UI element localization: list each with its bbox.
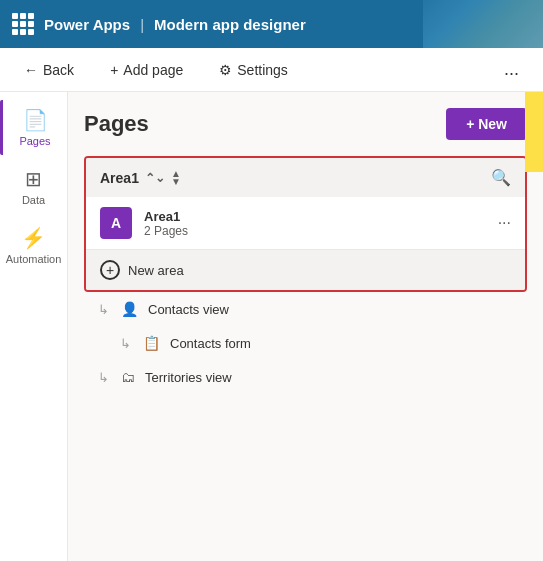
sub-indent-icon: ↳ <box>120 336 131 351</box>
settings-button[interactable]: ⚙ Settings <box>211 58 296 82</box>
area-dropdown-panel: Area1 ⌃⌄ ▲▼ 🔍 A Are <box>84 156 527 292</box>
territories-indent-icon: ↳ <box>98 370 109 385</box>
sticky-note <box>525 92 543 172</box>
content-header: Pages + New <box>84 108 527 140</box>
gear-icon: ⚙ <box>219 62 232 78</box>
search-icon: 🔍 <box>491 169 511 186</box>
area1-text-block: Area1 2 Pages <box>144 209 188 238</box>
pages-icon: 📄 <box>23 108 48 132</box>
area1-name: Area1 <box>144 209 188 224</box>
territories-view-icon: 🗂 <box>121 369 135 385</box>
toolbar: ← Back + Add page ⚙ Settings ... <box>0 48 543 92</box>
top-header: Power Apps | Modern app designer <box>0 0 543 48</box>
area1-more-button[interactable]: ··· <box>498 214 511 232</box>
sort-chevron-icon: ▲▼ <box>171 170 181 186</box>
back-button[interactable]: ← Back <box>16 58 82 82</box>
contacts-form-icon: 📋 <box>143 335 160 351</box>
contacts-view-label: Contacts view <box>148 302 229 317</box>
back-label: Back <box>43 62 74 78</box>
circle-plus-icon: + <box>100 260 120 280</box>
content-area: Pages + New Area1 ⌃⌄ ▲▼ 🔍 <box>68 92 543 561</box>
contacts-view-icon: 👤 <box>121 301 138 317</box>
chevron-icon: ⌃⌄ <box>145 171 165 185</box>
new-area-label: New area <box>128 263 184 278</box>
add-page-label: Add page <box>123 62 183 78</box>
sidebar-pages-label: Pages <box>19 135 50 147</box>
sidebar: 📄 Pages ⊞ Data ⚡ Automation <box>0 92 68 561</box>
page-title: Pages <box>84 111 149 137</box>
settings-label: Settings <box>237 62 288 78</box>
sidebar-data-label: Data <box>22 194 45 206</box>
area1-item[interactable]: A Area1 2 Pages ··· <box>86 197 525 249</box>
sidebar-item-data[interactable]: ⊞ Data <box>0 159 67 214</box>
area1-sub: 2 Pages <box>144 224 188 238</box>
plus-icon: + <box>110 62 118 78</box>
dropdown-header-left: Area1 ⌃⌄ ▲▼ <box>100 170 181 186</box>
app-grid-icon[interactable] <box>12 13 34 35</box>
data-icon: ⊞ <box>25 167 42 191</box>
add-page-button[interactable]: + Add page <box>102 58 191 82</box>
dropdown-header[interactable]: Area1 ⌃⌄ ▲▼ 🔍 <box>86 158 525 197</box>
new-area-row[interactable]: + New area <box>86 249 525 290</box>
indent-icon: ↳ <box>98 302 109 317</box>
area1-item-left: A Area1 2 Pages <box>100 207 188 239</box>
more-options-button[interactable]: ... <box>496 55 527 84</box>
automation-icon: ⚡ <box>21 226 46 250</box>
sidebar-item-automation[interactable]: ⚡ Automation <box>0 218 67 273</box>
contacts-view-item[interactable]: ↳ 👤 Contacts view <box>84 292 527 326</box>
territories-view-item[interactable]: ↳ 🗂 Territories view <box>84 360 527 394</box>
app-title: Power Apps <box>44 16 130 33</box>
more-icon: ... <box>504 59 519 79</box>
header-separator: | <box>140 16 144 33</box>
area1-avatar: A <box>100 207 132 239</box>
new-button-label: + New <box>466 116 507 132</box>
contacts-form-label: Contacts form <box>170 336 251 351</box>
contacts-form-item[interactable]: ↳ 📋 Contacts form <box>84 326 527 360</box>
sidebar-item-pages[interactable]: 📄 Pages <box>0 100 67 155</box>
search-button[interactable]: 🔍 <box>491 168 511 187</box>
area-header-label: Area1 <box>100 170 139 186</box>
main-layout: 📄 Pages ⊞ Data ⚡ Automation Pages + New <box>0 92 543 561</box>
new-button[interactable]: + New <box>446 108 527 140</box>
sidebar-automation-label: Automation <box>6 253 62 265</box>
territories-view-label: Territories view <box>145 370 232 385</box>
module-name: Modern app designer <box>154 16 306 33</box>
back-arrow-icon: ← <box>24 62 38 78</box>
